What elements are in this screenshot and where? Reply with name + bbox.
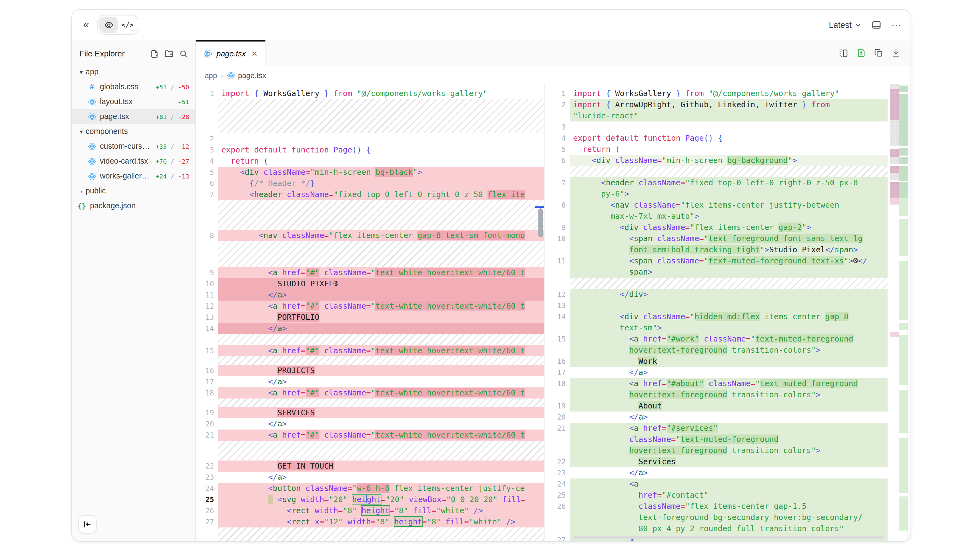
search-icon[interactable] bbox=[179, 49, 188, 58]
line-number bbox=[544, 389, 570, 400]
minimap-block bbox=[899, 198, 908, 216]
file-diff-icon[interactable] bbox=[857, 48, 866, 58]
code-line: font-semibold tracking-tight">Studio Pix… bbox=[544, 244, 888, 256]
code-line: 8 <nav className="flex items-center just… bbox=[544, 200, 888, 211]
file-label: public bbox=[86, 187, 106, 195]
sidebar-file-video-card.tsx[interactable]: video-card.tsx+76 / -27 bbox=[72, 154, 196, 168]
horizontal-scrollbar[interactable] bbox=[573, 536, 884, 539]
diff-stats: +33 / -12 bbox=[156, 143, 189, 150]
code-line: 19 About bbox=[544, 400, 888, 411]
line-number: 16 bbox=[544, 356, 570, 367]
tab-page-tsx[interactable]: page.tsx ✕ bbox=[196, 40, 266, 66]
indent-guide bbox=[81, 109, 81, 124]
code-line: 16 PROJECTS bbox=[196, 365, 544, 376]
line-number: 2 bbox=[196, 133, 218, 144]
line-number: 20 bbox=[196, 418, 218, 430]
minimap-block bbox=[899, 157, 908, 164]
collapse-sidebar-button[interactable] bbox=[78, 515, 97, 534]
chevron-right-icon: › bbox=[221, 71, 223, 79]
minimap-block bbox=[899, 335, 908, 385]
code-line: hover:text-foreground transition-colors"… bbox=[544, 389, 888, 400]
sidebar-folder-app[interactable]: ▾app bbox=[72, 65, 196, 79]
code-line: hover:text-foreground transition-colors"… bbox=[544, 445, 888, 456]
sidebar-file-globals.css[interactable]: #globals.css+51 / -50 bbox=[72, 79, 196, 94]
code-line: hover:text-foreground transition-colors"… bbox=[544, 345, 888, 356]
line-number: 22 bbox=[196, 460, 218, 472]
split-view-icon[interactable] bbox=[838, 48, 848, 58]
code-line: max-w-7xl mx-auto"> bbox=[544, 211, 888, 222]
sidebar-file-page.tsx[interactable]: page.tsx+81 / -28 bbox=[72, 109, 196, 124]
line-number: 26 bbox=[544, 501, 570, 512]
breadcrumb-file: page.tsx bbox=[238, 71, 266, 79]
code-line: className="text-muted-foreground bbox=[544, 434, 888, 445]
sidebar-folder-components[interactable]: ▾components bbox=[72, 124, 196, 139]
code-line: 13 bbox=[544, 300, 888, 311]
collapsed-diff-region bbox=[196, 441, 544, 460]
diff-pane-new[interactable]: 1import { WorksGallery } from "@/compone… bbox=[544, 84, 888, 541]
minimap-block bbox=[899, 497, 908, 530]
diff-stats: +76 / -27 bbox=[156, 158, 189, 165]
new-file-icon[interactable] bbox=[150, 49, 159, 58]
copy-icon[interactable] bbox=[874, 48, 883, 58]
sidebar-file-custom-curs[interactable]: custom-curs…+33 / -12 bbox=[72, 139, 196, 154]
code-line: 2 bbox=[196, 133, 544, 144]
file-label: package.json bbox=[90, 202, 135, 210]
line-number: 4 bbox=[196, 156, 218, 167]
line-number: 10 bbox=[196, 278, 218, 289]
code-line: 10 <span className="text-foreground font… bbox=[544, 233, 888, 244]
line-number: 23 bbox=[196, 472, 218, 483]
line-number: 15 bbox=[544, 333, 570, 345]
collapsed-diff-region bbox=[544, 166, 888, 177]
sidebar-file-package.json[interactable]: {}package.json bbox=[72, 198, 196, 213]
new-folder-icon[interactable] bbox=[164, 49, 174, 58]
diff-stats: +81 / -28 bbox=[156, 113, 189, 120]
vertical-scrollbar[interactable] bbox=[538, 208, 543, 237]
code-line: "lucide-react" bbox=[544, 110, 888, 121]
diff-minimap[interactable] bbox=[888, 84, 910, 541]
version-label: Latest bbox=[829, 20, 852, 29]
download-icon[interactable] bbox=[891, 48, 900, 58]
minimap-block bbox=[890, 120, 899, 146]
code-line: 23 </a> bbox=[196, 472, 544, 483]
code-line: 17 </a> bbox=[196, 376, 544, 387]
line-number bbox=[544, 244, 570, 256]
line-number: 19 bbox=[544, 400, 570, 411]
file-label: app bbox=[86, 68, 99, 76]
collapse-panel-icon[interactable]: « bbox=[81, 17, 91, 32]
collapsed-diff-region bbox=[196, 99, 544, 133]
code-line: 4 return ( bbox=[196, 156, 544, 167]
line-number: 16 bbox=[196, 365, 218, 376]
line-number: 14 bbox=[196, 323, 218, 334]
breadcrumb-root[interactable]: app bbox=[205, 71, 217, 79]
sidebar-file-works-galler[interactable]: works-galler…+24 / -13 bbox=[72, 168, 196, 183]
minimap-block bbox=[890, 332, 899, 337]
code-icon: </> bbox=[121, 21, 134, 29]
minimap-block bbox=[899, 182, 908, 198]
code-line: 22 Services bbox=[544, 456, 888, 467]
indent-guide bbox=[81, 139, 81, 154]
react-icon bbox=[87, 157, 97, 165]
code-toggle-button[interactable]: </> bbox=[118, 17, 137, 33]
panel-bottom-icon[interactable] bbox=[872, 20, 881, 30]
line-number: 9 bbox=[196, 267, 218, 278]
code-line: 15 <a href="#work" className="text-muted… bbox=[544, 333, 888, 345]
code-line: span> bbox=[544, 267, 888, 278]
chevron-down-icon bbox=[855, 21, 862, 28]
line-number: 12 bbox=[544, 289, 570, 300]
line-number: 24 bbox=[544, 478, 570, 490]
more-options-button[interactable]: ⋯ bbox=[891, 19, 902, 31]
line-number: 1 bbox=[544, 88, 570, 99]
line-number: 13 bbox=[196, 312, 218, 323]
close-tab-icon[interactable]: ✕ bbox=[251, 49, 258, 58]
code-line: 3export default function Page() { bbox=[196, 144, 544, 156]
sidebar-file-layout.tsx[interactable]: layout.tsx+51 bbox=[72, 94, 196, 109]
line-number: 17 bbox=[196, 376, 218, 387]
sidebar-folder-public[interactable]: ›public bbox=[72, 183, 196, 198]
diff-pane-old[interactable]: 1import { WorksGallery } from "@/compone… bbox=[196, 84, 544, 541]
code-line: 18 <a href="#about" className="text-mute… bbox=[544, 378, 888, 389]
version-dropdown[interactable]: Latest bbox=[829, 20, 862, 29]
preview-toggle-button[interactable] bbox=[100, 17, 118, 33]
code-line: 14 <div className="hidden md:flex items-… bbox=[544, 311, 888, 322]
file-label: globals.css bbox=[100, 83, 138, 91]
line-number: 5 bbox=[196, 167, 218, 178]
